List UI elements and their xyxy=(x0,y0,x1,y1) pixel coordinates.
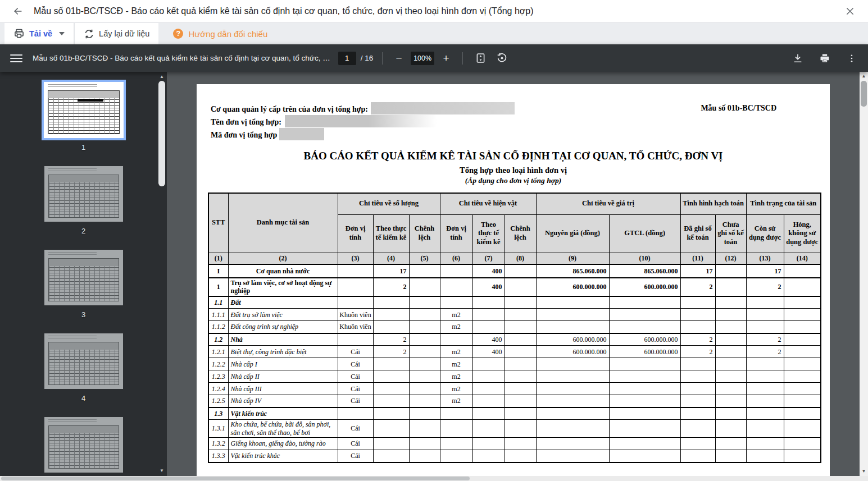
close-icon[interactable] xyxy=(842,3,858,19)
row-cell xyxy=(373,321,409,333)
row-cell xyxy=(373,395,409,407)
row-cell xyxy=(746,309,784,321)
thumbnail-preview xyxy=(48,425,119,469)
row-asset-name: Đất xyxy=(228,296,338,309)
row-cell xyxy=(505,309,536,321)
back-icon[interactable] xyxy=(10,3,26,19)
managing-agency-line: Cơ quan quản lý cấp trên của đơn vị tổng… xyxy=(211,102,515,115)
row-cell xyxy=(784,321,821,333)
row-cell: 600.000.000 xyxy=(536,346,609,358)
managing-agency-label: Cơ quan quản lý cấp trên của đơn vị tổng… xyxy=(211,105,368,113)
sidebar-scrollbar[interactable]: ▲ ▼ xyxy=(157,72,166,476)
row-cell xyxy=(680,450,715,462)
scroll-up-icon[interactable]: ▲ xyxy=(860,72,868,80)
download-report-button[interactable]: Tải về xyxy=(4,23,74,44)
row-stt: 1.2.3 xyxy=(208,370,228,383)
table-row: 1.2.4Nhà cấp IIICáim2 xyxy=(208,383,821,395)
main-scroll-thumb[interactable] xyxy=(861,81,867,107)
scroll-down-icon[interactable]: ▼ xyxy=(157,467,166,475)
pdf-toolbar: Mẫu số 01b-BC/TSCĐ - Báo cáo kết quả kiể… xyxy=(0,44,868,72)
col-header-diff: Chênh lệch xyxy=(409,214,440,253)
row-cell xyxy=(472,321,505,333)
row-cell xyxy=(715,395,746,407)
rotate-icon[interactable] xyxy=(493,50,510,67)
download-icon[interactable] xyxy=(789,50,806,67)
row-stt: I xyxy=(208,264,228,278)
row-cell xyxy=(505,346,536,358)
row-cell xyxy=(409,296,440,309)
row-cell xyxy=(472,438,505,450)
row-cell xyxy=(784,309,821,321)
row-cell xyxy=(338,296,373,309)
row-cell xyxy=(536,321,609,333)
table-row: 1.1.2Đất công trình sự nghiệpKhuôn viênm… xyxy=(208,321,821,333)
print-icon[interactable] xyxy=(816,50,833,67)
row-cell xyxy=(715,333,746,346)
page-thumbnail[interactable] xyxy=(44,417,123,473)
page-thumbnail[interactable] xyxy=(44,250,123,305)
zoom-in-button[interactable]: + xyxy=(439,51,453,66)
row-cell xyxy=(505,296,536,309)
row-cell xyxy=(505,420,536,438)
report-subtitle-2: (Áp dụng cho đơn vị tổng hợp) xyxy=(197,176,830,185)
row-cell xyxy=(440,407,472,420)
fit-page-icon[interactable] xyxy=(472,50,489,67)
row-cell xyxy=(409,278,440,296)
page-thumbnail[interactable] xyxy=(44,82,124,138)
row-cell xyxy=(784,370,821,383)
sidebar-scroll-thumb[interactable] xyxy=(158,81,165,186)
row-cell: 600.000.000 xyxy=(536,278,609,296)
row-cell xyxy=(373,438,409,450)
row-cell xyxy=(715,420,746,438)
row-cell xyxy=(440,438,472,450)
more-options-icon[interactable] xyxy=(843,50,860,67)
row-cell: m2 xyxy=(440,370,472,383)
row-cell: Cái xyxy=(338,383,373,395)
row-cell: 2 xyxy=(746,278,784,296)
row-cell xyxy=(680,358,715,370)
viewer-content: 12345 ▲ ▼ Cơ quan quản lý cấp trên của đ… xyxy=(0,72,868,476)
row-cell: 2 xyxy=(680,346,715,358)
page-number-input[interactable] xyxy=(338,52,356,65)
row-cell xyxy=(440,296,472,309)
row-cell xyxy=(746,420,784,438)
row-asset-name: Nhà cấp II xyxy=(228,370,338,383)
row-cell xyxy=(536,438,609,450)
horizontal-scrollbar[interactable] xyxy=(0,476,868,481)
row-cell: m2 xyxy=(440,346,472,358)
row-cell xyxy=(609,438,680,450)
row-cell xyxy=(609,370,680,383)
thumbnail-preview xyxy=(48,258,119,301)
main-scrollbar[interactable]: ▲ ▼ xyxy=(860,72,868,476)
col-header-not-recorded: Chưa ghi sổ kế toán xyxy=(715,214,746,253)
row-cell xyxy=(440,450,472,462)
menu-icon[interactable] xyxy=(8,50,25,67)
refresh-icon xyxy=(84,29,94,39)
row-cell: 2 xyxy=(680,333,715,346)
thumbnail-sidebar: 12345 ▲ ▼ xyxy=(0,72,167,476)
row-cell: 2 xyxy=(746,346,784,358)
scroll-down-icon[interactable]: ▼ xyxy=(860,468,868,475)
row-cell: 400 xyxy=(472,346,505,358)
row-cell: Cái xyxy=(338,420,373,438)
row-cell xyxy=(409,309,440,321)
row-cell xyxy=(409,450,440,462)
col-header-unit-2: Đơn vị tính xyxy=(440,214,472,253)
horizontal-scroll-thumb[interactable] xyxy=(1,477,470,480)
row-stt: 1.1 xyxy=(208,296,228,309)
zoom-out-button[interactable]: − xyxy=(392,51,406,66)
page-thumbnail[interactable] xyxy=(44,333,123,389)
reload-data-button[interactable]: Lấy lại dữ liệu xyxy=(75,23,158,44)
row-cell: Cái xyxy=(338,395,373,407)
col-number: (11) xyxy=(680,253,715,264)
page-controls: / 16 − 100% + xyxy=(338,50,511,67)
row-cell xyxy=(440,278,472,296)
row-asset-name: Vật kiến trúc xyxy=(228,407,338,420)
comparison-guide-link[interactable]: ? Hướng dẫn đối chiếu xyxy=(173,23,267,44)
report-title-block: BÁO CÁO KẾT QUẢ KIỂM KÊ TÀI SẢN CỐ ĐỊNH … xyxy=(197,150,830,185)
scroll-up-icon[interactable]: ▲ xyxy=(157,73,166,81)
table-row: 1.2.2Nhà cấp ICáim2 xyxy=(208,358,821,370)
row-cell: 865.060.000 xyxy=(609,264,680,278)
page-thumbnail[interactable] xyxy=(44,166,123,222)
row-cell xyxy=(746,407,784,420)
